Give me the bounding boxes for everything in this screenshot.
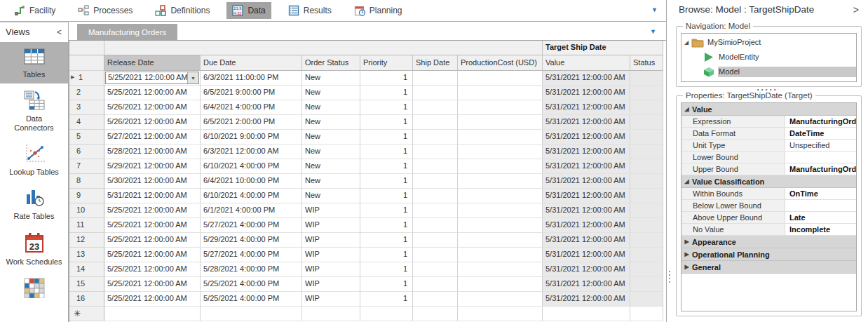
cell-order-status[interactable]: WIP — [302, 277, 360, 292]
cell-due-date[interactable]: 5/29/2021 4:00:00 PM — [201, 233, 302, 248]
row-header-cell[interactable]: 1▶ — [69, 71, 104, 86]
cell-value[interactable]: 5/31/2021 12:00:00 AM — [543, 71, 630, 86]
row-header-cell[interactable]: 5 — [69, 130, 104, 145]
cell-value[interactable]: 5/31/2021 12:00:00 AM — [543, 115, 630, 130]
cell-release-date[interactable]: 5/28/2021 12:00:00 AM — [104, 145, 201, 159]
cell-status[interactable] — [630, 145, 663, 159]
row-header-cell[interactable]: 9 — [69, 189, 104, 203]
property-row[interactable]: ExpressionManufacturingOrde... — [681, 116, 856, 128]
cell-value[interactable]: 5/31/2021 12:00:00 AM — [543, 248, 630, 262]
cell-value[interactable]: 5/31/2021 12:00:00 AM — [543, 130, 630, 145]
cell-release-date[interactable]: 5/25/2021 12:00:00 AM — [104, 203, 201, 218]
cell-release-date[interactable]: 5/31/2021 12:00:00 AM — [104, 189, 201, 203]
row-header-cell[interactable]: 4 — [69, 115, 104, 130]
sidebar-item-lookup-tables[interactable]: Lookup Tables — [0, 138, 68, 181]
tab-facility[interactable]: Facility — [8, 2, 61, 19]
cell-status[interactable] — [630, 248, 663, 262]
cell-due-date[interactable]: 6/4/2021 4:00:00 PM — [201, 100, 302, 115]
new-row-cell[interactable] — [201, 307, 302, 321]
cell-due-date[interactable]: 5/27/2021 4:00:00 PM — [201, 218, 302, 233]
tree-node-modelentity[interactable]: ModelEntity — [681, 50, 856, 65]
cell-production-cost[interactable] — [458, 145, 543, 159]
property-value[interactable]: Incomplete — [785, 224, 856, 235]
column-header-due-date[interactable]: Due Date — [201, 55, 302, 71]
cell-release-date[interactable]: 5/27/2021 12:00:00 AM — [104, 130, 201, 145]
column-header-status[interactable]: Status — [630, 55, 663, 71]
column-header-ship-date[interactable]: Ship Date — [413, 55, 458, 71]
cell-status[interactable] — [630, 203, 663, 218]
row-header-cell[interactable]: 8 — [69, 174, 104, 189]
cell-status[interactable] — [630, 115, 663, 130]
cell-order-status[interactable]: New — [302, 189, 360, 203]
cell-status[interactable] — [630, 218, 663, 233]
cell-release-date[interactable]: 5/29/2021 12:00:00 AM — [104, 159, 201, 174]
cell-priority[interactable]: 1 — [360, 71, 413, 86]
cell-order-status[interactable]: WIP — [302, 262, 360, 277]
cell-priority[interactable]: 1 — [360, 277, 413, 292]
cell-ship-date[interactable] — [413, 130, 458, 145]
cell-value[interactable]: 5/31/2021 12:00:00 AM — [543, 262, 630, 277]
cell-ship-date[interactable] — [413, 159, 458, 174]
cell-release-date[interactable]: 5/26/2021 12:00:00 AM — [104, 100, 201, 115]
cell-production-cost[interactable] — [458, 189, 543, 203]
tabstrip-dropdown-icon[interactable]: ▼ — [650, 28, 656, 35]
cell-production-cost[interactable] — [458, 248, 543, 262]
cell-due-date[interactable]: 6/3/2021 12:00:00 AM — [201, 145, 302, 159]
property-section-appearance[interactable]: ▶Appearance — [681, 236, 856, 248]
cell-order-status[interactable]: New — [302, 174, 360, 189]
cell-priority[interactable]: 1 — [360, 100, 413, 115]
row-header-cell[interactable]: 13 — [69, 248, 104, 262]
cell-release-date[interactable]: 5/30/2021 12:00:00 AM — [104, 174, 201, 189]
row-header-cell[interactable]: 16 — [69, 292, 104, 307]
cell-ship-date[interactable] — [413, 115, 458, 130]
cell-ship-date[interactable] — [413, 248, 458, 262]
cell-status[interactable] — [630, 130, 663, 145]
property-row[interactable]: Upper BoundManufacturingOrde... — [681, 163, 856, 175]
cell-production-cost[interactable] — [458, 159, 543, 174]
cell-production-cost[interactable] — [458, 86, 543, 100]
new-row-cell[interactable] — [360, 307, 413, 321]
column-header-value[interactable]: Value — [543, 55, 630, 71]
cell-order-status[interactable]: New — [302, 130, 360, 145]
cell-status[interactable] — [630, 233, 663, 248]
cell-due-date[interactable]: 5/27/2021 4:00:00 PM — [201, 248, 302, 262]
property-value[interactable]: Late — [785, 212, 856, 223]
cell-value[interactable]: 5/31/2021 12:00:00 AM — [543, 159, 630, 174]
cell-release-date[interactable]: 5/25/2021 12:00:00 AM — [104, 218, 201, 233]
tree-expander-icon[interactable]: ◢ — [681, 39, 691, 46]
browse-expand-chevron-icon[interactable]: > — [853, 4, 859, 15]
row-indicator-header-cell[interactable] — [69, 55, 104, 71]
column-header-productioncost-usd-[interactable]: ProductionCost (USD) — [458, 55, 543, 71]
property-value[interactable] — [785, 152, 856, 163]
cell-value[interactable]: 5/31/2021 12:00:00 AM — [543, 145, 630, 159]
cell-production-cost[interactable] — [458, 71, 543, 86]
cell-ship-date[interactable] — [413, 86, 458, 100]
property-value[interactable]: ManufacturingOrde... — [785, 116, 856, 127]
new-row-cell[interactable] — [543, 307, 630, 321]
cell-value[interactable]: 5/31/2021 12:00:00 AM — [543, 233, 630, 248]
cell-order-status[interactable]: WIP — [302, 203, 360, 218]
property-row[interactable]: Lower Bound — [681, 152, 856, 163]
property-row[interactable]: Unit TypeUnspecified — [681, 140, 856, 152]
property-row[interactable]: Within BoundsOnTime — [681, 188, 856, 200]
new-row-cell[interactable] — [302, 307, 360, 321]
cell-status[interactable] — [630, 277, 663, 292]
property-value[interactable]: DateTime — [785, 128, 856, 139]
property-value[interactable]: OnTime — [785, 188, 856, 199]
cell-due-date[interactable]: 6/10/2021 9:00:00 PM — [201, 130, 302, 145]
cell-order-status[interactable]: New — [302, 159, 360, 174]
tab-results[interactable]: Results — [283, 2, 337, 19]
ribbon-dropdown-icon[interactable]: ▼ — [651, 6, 658, 13]
cell-value[interactable]: 5/31/2021 12:00:00 AM — [543, 218, 630, 233]
cell-release-date[interactable]: 5/25/2021 12:00:00 AM — [104, 262, 201, 277]
cell-status[interactable] — [630, 86, 663, 100]
cell-production-cost[interactable] — [458, 218, 543, 233]
cell-due-date[interactable]: 6/1/2021 4:00:00 PM — [201, 203, 302, 218]
cell-priority[interactable]: 1 — [360, 262, 413, 277]
tab-definitions[interactable]: Definitions — [149, 2, 215, 19]
property-value[interactable]: Unspecified — [785, 140, 856, 151]
cell-order-status[interactable]: WIP — [302, 248, 360, 262]
cell-ship-date[interactable] — [413, 262, 458, 277]
cell-production-cost[interactable] — [458, 115, 543, 130]
new-row-header-cell[interactable]: ✳ — [69, 307, 104, 321]
